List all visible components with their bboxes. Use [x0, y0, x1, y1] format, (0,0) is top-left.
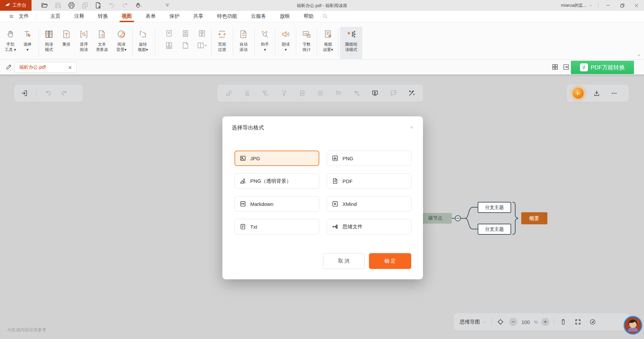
- page-curl-layout-icon[interactable]: [177, 42, 194, 50]
- mindmap-undo-button[interactable]: [44, 89, 53, 98]
- ribbon-word-count[interactable]: AB 字数 统计: [298, 28, 315, 52]
- add-parent-node-icon[interactable]: [243, 89, 252, 98]
- export-option-txt[interactable]: Txt: [234, 219, 319, 234]
- save-button[interactable]: [54, 2, 62, 9]
- confirm-button[interactable]: 确 定: [369, 253, 411, 269]
- ribbon-read-mode[interactable]: 阅读 模式: [40, 28, 58, 52]
- snapshot-button[interactable]: [81, 2, 89, 9]
- exit-mindmap-icon[interactable]: [20, 89, 29, 98]
- menu-features[interactable]: 特色功能: [217, 13, 237, 19]
- ai-comment-icon[interactable]: [389, 89, 398, 98]
- hand-tool-button[interactable]: [135, 2, 142, 9]
- ribbon-rotate-view[interactable]: 旋转 视图▾: [133, 28, 152, 52]
- export-option-markdown[interactable]: Markdown: [234, 196, 319, 212]
- reading-layout-icon[interactable]: [562, 63, 570, 71]
- assistant-avatar[interactable]: [624, 316, 642, 335]
- close-button[interactable]: [632, 1, 641, 10]
- export-option-png-transparent[interactable]: PNG（透明背景）: [234, 173, 319, 189]
- split-view-icon[interactable]: [194, 42, 210, 50]
- menu-form[interactable]: 表单: [146, 13, 156, 19]
- export-option-mind-file[interactable]: 思绪文件: [327, 219, 412, 234]
- tab-close-icon[interactable]: ✕: [67, 64, 73, 71]
- document-tab[interactable]: 福昕办公.pdf ✕: [14, 62, 76, 73]
- add-child-node-icon[interactable]: [261, 89, 270, 98]
- ribbon-text-viewer[interactable]: 文本 查看器: [92, 28, 112, 52]
- export-option-xmind[interactable]: XMind: [327, 196, 412, 212]
- mindmap-summary-node[interactable]: 概要: [521, 212, 547, 224]
- mindmap-brand-icon[interactable]: [573, 88, 584, 99]
- mindmap-redo-button[interactable]: [60, 89, 69, 98]
- ribbon-page-transition[interactable]: 页面 过渡: [213, 28, 231, 52]
- menu-cloud[interactable]: 云服务: [251, 13, 266, 19]
- cancel-button[interactable]: 取 消: [323, 253, 365, 269]
- diagram-type-dropdown[interactable]: 思维导图: [460, 319, 487, 325]
- toolbar-collapse-icon[interactable]: [164, 2, 170, 8]
- hamburger-icon[interactable]: [9, 14, 14, 19]
- redo-button[interactable]: [121, 2, 129, 9]
- node-style-icon[interactable]: [334, 89, 343, 98]
- fullscreen-icon[interactable]: [574, 318, 582, 326]
- relation-line-icon[interactable]: [353, 89, 361, 98]
- center-map-icon[interactable]: [496, 318, 504, 326]
- ribbon-view-settings[interactable]: 视图 设置▾: [319, 28, 337, 52]
- menu-share[interactable]: 共享: [193, 13, 203, 19]
- menu-view[interactable]: 视图: [122, 13, 132, 19]
- dialog-close-icon[interactable]: [408, 123, 416, 131]
- more-options-icon[interactable]: [610, 89, 619, 98]
- mindmap-collapsed-node[interactable]: 级节点: [419, 213, 452, 224]
- export-option-jpg[interactable]: JPG: [234, 151, 319, 166]
- menu-home[interactable]: 主页: [50, 13, 60, 19]
- menu-file[interactable]: 文件: [19, 13, 29, 19]
- mouse-mode-icon[interactable]: [559, 318, 567, 326]
- facing-continuous-layout-icon[interactable]: [161, 42, 177, 50]
- restore-button[interactable]: [618, 1, 627, 10]
- export-option-pdf[interactable]: PDF: [327, 173, 412, 189]
- new-document-button[interactable]: [95, 2, 102, 9]
- presentation-icon[interactable]: [371, 89, 379, 98]
- ribbon-assistant[interactable]: 助手 ▾: [256, 28, 274, 52]
- zoom-out-button[interactable]: −: [509, 318, 517, 326]
- edit-pencil-icon[interactable]: [5, 63, 13, 70]
- open-file-button[interactable]: [41, 2, 48, 9]
- zoom-in-button[interactable]: +: [541, 318, 549, 326]
- mindmap-branch-node[interactable]: 分支主题: [478, 224, 511, 235]
- mindmap-branch-node[interactable]: 分支主题: [478, 202, 511, 213]
- rotate-view-icon: [133, 28, 152, 40]
- continuous-layout-icon[interactable]: [177, 30, 194, 38]
- facing-layout-icon[interactable]: [194, 30, 210, 38]
- menu-comment[interactable]: 注释: [74, 13, 84, 19]
- zoom-level-unit: %: [534, 320, 538, 325]
- print-button[interactable]: [68, 2, 75, 9]
- menu-protect[interactable]: 保护: [169, 13, 179, 19]
- menu-present[interactable]: 放映: [280, 13, 290, 19]
- ribbon-hand-tool[interactable]: 手型 工具 ▾: [2, 28, 19, 52]
- svg-text:AB: AB: [304, 32, 307, 35]
- ribbon-reverse-reading[interactable]: 逆序 阅读: [75, 28, 93, 52]
- select-area-icon[interactable]: [316, 89, 325, 98]
- ribbon-mindmap-read-mode[interactable]: 脑图阅 读模式: [340, 28, 362, 52]
- menu-convert[interactable]: 转换: [98, 13, 108, 19]
- ribbon-auto-scroll[interactable]: 自动 滚动: [235, 28, 252, 52]
- ribbon-read-aloud[interactable]: 朗读 ▾: [277, 28, 294, 52]
- pdf-convert-button[interactable]: PDF万能转换: [571, 61, 634, 74]
- account-menu[interactable]: miarua的监...: [561, 2, 593, 8]
- undo-button[interactable]: [108, 2, 115, 9]
- ribbon-select-tool[interactable]: 选择 ▾: [19, 28, 36, 52]
- ribbon-reflow[interactable]: 重排: [58, 28, 75, 47]
- ribbon-reading-background[interactable]: 阅读 背景▾: [112, 28, 131, 52]
- grid-view-icon[interactable]: [551, 63, 558, 71]
- download-icon[interactable]: [592, 89, 601, 98]
- ai-beautify-icon[interactable]: [407, 89, 416, 98]
- insert-icon[interactable]: [298, 89, 307, 98]
- format-brush-icon[interactable]: [279, 89, 288, 98]
- workspace-button[interactable]: 工作台: [0, 0, 32, 11]
- export-option-png[interactable]: PNG: [327, 151, 412, 166]
- feedback-icon[interactable]: [589, 318, 597, 326]
- mindmap-collapse-button[interactable]: [455, 215, 461, 221]
- minimize-button[interactable]: [604, 1, 612, 10]
- menu-help[interactable]: 帮助: [304, 13, 314, 19]
- add-sibling-node-icon[interactable]: [225, 89, 233, 98]
- ribbon-collapse-icon[interactable]: [637, 53, 641, 58]
- search-icon[interactable]: [322, 13, 328, 19]
- single-page-layout-icon[interactable]: [161, 30, 177, 38]
